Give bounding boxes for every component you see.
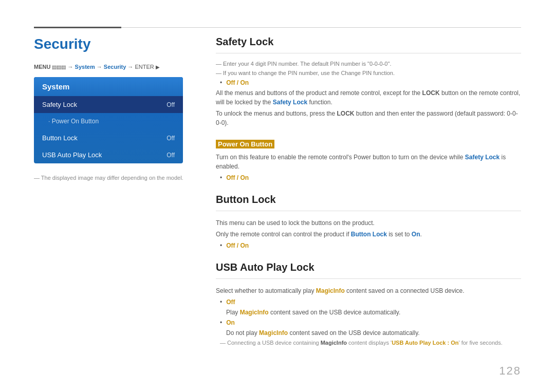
power-on-button-subtitle: Power On Button: [216, 140, 274, 148]
usb-off-bullet: Off: [216, 298, 521, 306]
page-title: Security: [34, 36, 193, 52]
usb-auto-play-lock-title: USB Auto Play Lock: [216, 262, 521, 273]
menu-item-power-on-button[interactable]: · Power On Button: [34, 113, 183, 129]
button-lock-title: Button Lock: [216, 194, 521, 206]
button-lock-divider: [216, 211, 521, 211]
button-lock-section: Button Lock This menu can be used to loc…: [216, 194, 521, 249]
power-on-button-bullet1: Off / On: [216, 174, 521, 181]
usb-auto-play-lock-info: Select whether to automatically play Mag…: [216, 286, 521, 295]
usb-dash-note: Connecting a USB device containing Magic…: [216, 340, 521, 346]
safety-lock-label: Safety Lock: [42, 101, 77, 108]
power-on-button-label: · Power On Button: [48, 118, 99, 125]
safety-lock-bullet1: Off / On: [216, 79, 521, 86]
light-line: [121, 27, 521, 28]
safety-lock-info1: All the menus and buttons of the product…: [216, 88, 521, 107]
usb-auto-play-lock-label: USB Auto Play Lock: [42, 151, 102, 159]
safety-lock-value: Off: [166, 101, 175, 108]
button-lock-info1: This menu can be used to lock the button…: [216, 218, 521, 228]
usb-on-sub: Do not play MagicInfo content saved on t…: [216, 328, 521, 338]
button-lock-info2: Only the remote control can control the …: [216, 230, 521, 239]
menu-item-usb-auto-play-lock[interactable]: USB Auto Play Lock Off: [34, 146, 183, 163]
usb-auto-play-lock-divider: [216, 278, 521, 279]
menu-item-button-lock[interactable]: Button Lock Off: [34, 129, 183, 146]
button-lock-label: Button Lock: [42, 134, 78, 142]
power-on-button-info: Turn on this feature to enable the remot…: [216, 153, 521, 171]
button-lock-bullet1: Off / On: [216, 242, 521, 249]
left-column: Security MENU ▤▤▤ → System → Security → …: [34, 36, 193, 181]
usb-on-label: On: [226, 319, 235, 326]
menu-path: MENU ▤▤▤ → System → Security → ENTER ▶: [34, 64, 193, 70]
power-on-button-section: Power On Button Turn on this feature to …: [216, 140, 521, 181]
top-decorative-lines: [34, 27, 521, 28]
usb-off-label: Off: [226, 298, 235, 306]
usb-on-bullet: On: [216, 319, 521, 326]
dark-line: [34, 27, 121, 28]
button-lock-off-on: Off / On: [226, 242, 249, 249]
safety-lock-info2: To unlock the menus and buttons, press t…: [216, 109, 521, 127]
usb-auto-play-lock-section: USB Auto Play Lock Select whether to aut…: [216, 262, 521, 346]
usb-auto-play-lock-value: Off: [166, 152, 175, 159]
footnote: The displayed image may differ depending…: [34, 175, 193, 181]
safety-lock-off-on: Off / On: [226, 79, 249, 86]
safety-lock-divider: [216, 53, 521, 53]
page-number: 128: [499, 364, 521, 378]
safety-lock-title: Safety Lock: [216, 36, 521, 48]
button-lock-value: Off: [166, 135, 175, 142]
power-on-off-on: Off / On: [226, 174, 249, 181]
safety-lock-dash-note2: If you want to change the PIN number, us…: [216, 70, 521, 76]
safety-lock-section: Safety Lock Enter your 4 digit PIN numbe…: [216, 36, 521, 127]
system-menu-header: System: [34, 77, 183, 96]
right-column: Safety Lock Enter your 4 digit PIN numbe…: [216, 36, 521, 358]
system-menu: System Safety Lock Off · Power On Button…: [34, 77, 183, 163]
usb-off-sub: Play MagicInfo content saved on the USB …: [216, 308, 521, 317]
safety-lock-dash-note1: Enter your 4 digit PIN number. The defau…: [216, 61, 521, 67]
menu-item-safety-lock[interactable]: Safety Lock Off: [34, 96, 183, 113]
